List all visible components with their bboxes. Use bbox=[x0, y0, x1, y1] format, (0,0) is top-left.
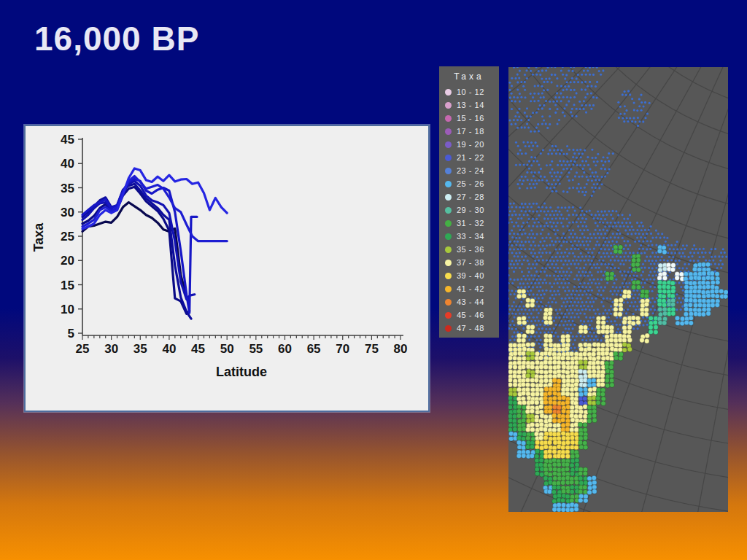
y-tick-label: 45 bbox=[61, 133, 74, 147]
taxa-vs-latitude-chart: 5101520253035404525303540455055606570758… bbox=[26, 126, 428, 411]
legend-item: 17 - 18 bbox=[439, 125, 499, 138]
legend-swatch-icon bbox=[445, 207, 452, 214]
legend-swatch-icon bbox=[445, 141, 452, 148]
legend-item-label: 47 - 48 bbox=[457, 324, 484, 332]
legend-swatch-icon bbox=[445, 260, 452, 266]
x-axis-label: Latitude bbox=[216, 365, 267, 379]
x-tick-label: 50 bbox=[220, 342, 234, 356]
y-tick-label: 10 bbox=[61, 303, 74, 316]
legend-swatch-icon bbox=[445, 286, 452, 292]
taxa-richness-map bbox=[508, 67, 728, 512]
slide-title: 16,000 BP bbox=[34, 19, 199, 58]
legend-item: 21 - 22 bbox=[439, 151, 499, 164]
legend-item-label: 10 - 12 bbox=[457, 88, 484, 96]
x-tick-label: 25 bbox=[76, 342, 90, 356]
chart-panel: 5101520253035404525303540455055606570758… bbox=[24, 125, 430, 412]
x-tick-label: 45 bbox=[191, 342, 205, 356]
y-tick-label: 40 bbox=[61, 157, 74, 171]
x-tick-label: 30 bbox=[104, 342, 118, 356]
legend-swatch-icon bbox=[445, 233, 452, 240]
legend-title: Taxa bbox=[439, 71, 499, 82]
legend-swatch-icon bbox=[445, 273, 452, 279]
legend-item: 23 - 24 bbox=[439, 164, 499, 177]
legend-item-label: 43 - 44 bbox=[457, 298, 484, 306]
legend-item: 33 - 34 bbox=[439, 230, 499, 243]
legend-item-label: 21 - 22 bbox=[457, 153, 484, 162]
legend-item: 27 - 28 bbox=[439, 190, 499, 203]
legend-item-label: 23 - 24 bbox=[457, 166, 484, 175]
legend-item-label: 37 - 38 bbox=[457, 258, 484, 267]
map-legend-panel: Taxa 10 - 1213 - 1415 - 1617 - 1819 - 20… bbox=[439, 66, 499, 338]
y-axis-label: Taxa bbox=[31, 222, 46, 252]
legend-item-label: 27 - 28 bbox=[457, 192, 484, 201]
legend-item: 15 - 16 bbox=[439, 112, 499, 125]
legend-item: 10 - 12 bbox=[439, 85, 499, 98]
legend-item: 37 - 38 bbox=[439, 256, 499, 269]
legend-swatch-icon bbox=[445, 102, 452, 109]
y-tick-label: 5 bbox=[68, 327, 74, 341]
legend-item: 39 - 40 bbox=[439, 269, 499, 282]
legend-swatch-icon bbox=[445, 115, 452, 122]
y-tick-label: 15 bbox=[61, 279, 74, 292]
legend-item-label: 33 - 34 bbox=[457, 232, 484, 241]
legend-swatch-icon bbox=[445, 299, 452, 306]
legend-item: 43 - 44 bbox=[439, 295, 499, 308]
legend-item: 19 - 20 bbox=[439, 138, 499, 151]
legend-item-label: 31 - 32 bbox=[457, 219, 484, 228]
legend-swatch-icon bbox=[445, 312, 452, 319]
legend-item-list: 10 - 1213 - 1415 - 1617 - 1819 - 2021 - … bbox=[439, 85, 499, 335]
legend-swatch-icon bbox=[445, 325, 452, 332]
x-tick-label: 65 bbox=[307, 342, 321, 356]
legend-item: 35 - 36 bbox=[439, 243, 499, 256]
legend-item-label: 15 - 16 bbox=[457, 114, 484, 122]
x-tick-label: 75 bbox=[365, 342, 379, 356]
legend-item: 13 - 14 bbox=[439, 98, 499, 112]
legend-item-label: 25 - 26 bbox=[457, 179, 484, 188]
legend-item-label: 17 - 18 bbox=[457, 127, 484, 136]
legend-swatch-icon bbox=[445, 168, 452, 174]
legend-item-label: 13 - 14 bbox=[457, 101, 484, 109]
legend-item: 41 - 42 bbox=[439, 282, 499, 295]
slide-background: 16,000 BP 510152025303540452530354045505… bbox=[0, 0, 747, 560]
legend-swatch-icon bbox=[445, 220, 452, 227]
x-tick-label: 35 bbox=[133, 342, 147, 356]
legend-swatch-icon bbox=[445, 128, 452, 135]
legend-swatch-icon bbox=[445, 89, 452, 96]
legend-item: 29 - 30 bbox=[439, 203, 499, 217]
x-tick-label: 60 bbox=[278, 342, 292, 356]
y-tick-label: 30 bbox=[61, 206, 74, 219]
y-tick-label: 35 bbox=[61, 182, 74, 195]
legend-item: 31 - 32 bbox=[439, 217, 499, 230]
legend-item-label: 39 - 40 bbox=[457, 271, 484, 280]
x-tick-label: 80 bbox=[394, 342, 408, 356]
x-tick-label: 70 bbox=[336, 342, 349, 356]
legend-item-label: 19 - 20 bbox=[457, 140, 484, 149]
y-tick-label: 20 bbox=[61, 254, 74, 268]
legend-swatch-icon bbox=[445, 155, 452, 161]
legend-swatch-icon bbox=[445, 181, 452, 187]
legend-item: 47 - 48 bbox=[439, 322, 499, 335]
legend-swatch-icon bbox=[445, 194, 452, 201]
taxa-richness-map-panel bbox=[508, 67, 728, 512]
x-tick-label: 55 bbox=[249, 342, 263, 356]
legend-item-label: 35 - 36 bbox=[457, 245, 484, 254]
legend-item-label: 41 - 42 bbox=[457, 284, 484, 293]
legend-item-label: 29 - 30 bbox=[457, 206, 484, 214]
legend-item: 25 - 26 bbox=[439, 177, 499, 190]
legend-item-label: 45 - 46 bbox=[457, 311, 484, 319]
y-tick-label: 25 bbox=[61, 230, 74, 244]
legend-item: 45 - 46 bbox=[439, 308, 499, 322]
legend-swatch-icon bbox=[445, 246, 452, 253]
x-tick-label: 40 bbox=[162, 342, 176, 356]
